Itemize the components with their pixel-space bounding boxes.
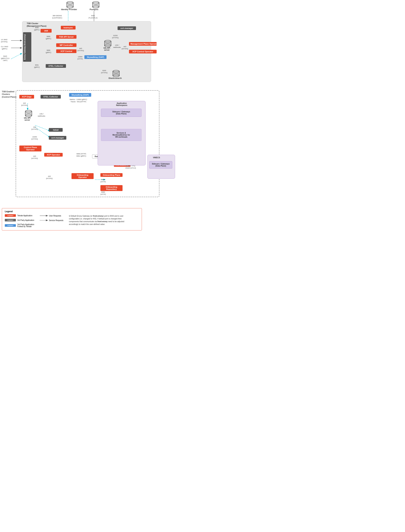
mgmt-operator-port: 443(HTTPS) <box>122 46 128 50</box>
ext-port-label: 8443(gRPC/TLS/JWT) <box>1 55 9 62</box>
xcp-operator-box: XCP Operator <box>44 153 63 157</box>
postgres-label: Postgres <box>88 8 101 11</box>
mgmt-plane-operator-box: Management Plane Operator <box>129 42 157 46</box>
cp-operator-box: Control PlaneOperator <box>19 146 41 151</box>
onboarding-op-port: 443(HTTPS) <box>46 175 53 180</box>
istiod-box: Istiod <box>49 128 63 132</box>
skywalking-port: 12800(HTTP) <box>77 56 83 60</box>
legend-item-gray: <name> 3rd Party Application <box>5 219 34 221</box>
ui-port-label: UI: 8443(HTTPS) <box>1 39 7 43</box>
ratelimit-port: 8080 (HTTP)8081 (gRPC) <box>76 153 86 157</box>
crds-webhooks-cp: crds /webhooks <box>38 113 45 117</box>
legend-item-blue: <name> 3rd Party ApplicationForked by Te… <box>5 223 34 227</box>
legend-box-gray: <name> <box>5 219 16 221</box>
svg-line-16 <box>11 53 22 59</box>
istiod-port: 443(HTTPS) <box>31 126 38 130</box>
es-port: 9200(HTTPS) <box>101 70 108 74</box>
onboarding-operator-box: OnboardingOperator <box>72 173 94 179</box>
xcp-operator-port: 443(HTTPS) <box>31 155 38 160</box>
tsb-api-server-box: TSB API Server <box>56 35 76 39</box>
legend-solid-label: User Requests <box>49 215 61 217</box>
postgres-icon <box>88 1 103 8</box>
xcp-edge-port: 443(HTTPS) <box>21 102 28 106</box>
vm-sidecars-box: Sidecars / Gateways(Data Plane) <box>149 161 172 169</box>
otel-port: 9091(gRPC) <box>34 64 40 68</box>
mp-controller-box: MP Controller <box>56 43 76 47</box>
teamsync-box: teamsync <box>61 26 75 29</box>
skywalking-mgmt-box: Skywalking (OAP) <box>84 55 107 59</box>
cert-manager-mgmt-box: cert-manager <box>118 26 136 30</box>
legend-title: Legend <box>5 210 139 213</box>
identity-provider-icon <box>63 1 77 8</box>
envoy-gateway-box: Envoy Gateway (front-envoy) <box>23 32 31 62</box>
legend-desc-blue: 3rd Party ApplicationForked by Tetrate <box>17 223 34 227</box>
legend-desc-gray: 3rd Party Application <box>17 219 34 221</box>
otel-collector-cp-box: OTEL Collector <box>40 95 61 99</box>
services-workload-box: Services &WorkloadEntries forVM workload… <box>101 129 142 141</box>
cli-port-label: CLI: 8443(gRPC) <box>1 46 8 50</box>
otel-collector-mgmt-box: OTEL Collector <box>46 64 66 68</box>
legend-arrow-dashed: Service Requests <box>40 219 63 221</box>
legend-desc-orange: Tetrate Application <box>17 215 33 217</box>
postgres-port-label: 5432(TLS/mTLS) <box>88 15 97 19</box>
legend-container: Legend <name> Tetrate Application <name>… <box>2 208 142 230</box>
legend-box-blue: <name> <box>5 224 16 227</box>
xcp-central-box: XCP Central <box>56 49 76 53</box>
xcp-https-port: 443(HTTPS) <box>77 47 84 52</box>
vm-ecs-label: VM/ECS <box>153 157 160 159</box>
k8s-10250-port: 10250(HTTPS) <box>112 35 119 39</box>
onboarding-repo-port: 8080(HTTP) <box>101 191 106 195</box>
xcp-edge-box: XCP Edge <box>19 95 34 99</box>
skywalking-cp-box: Skywalking (OAP) <box>69 93 91 97</box>
cert-manager-cp-box: cert-manager <box>49 136 66 140</box>
xcp-port-label: 9080(gRPC) <box>46 49 51 53</box>
ctrl-cluster-label: TSB EnabledClusters(Control Plane) <box>2 90 16 98</box>
legend-item-orange: <name> Tetrate Application <box>5 214 34 217</box>
legend-box-orange: <name> <box>5 214 16 217</box>
k8s-api-server-label: k8s APIserver <box>100 47 114 51</box>
tsb-port-label: 9080(gRPC) <box>46 36 51 40</box>
k8s-api-server-icon <box>101 40 115 47</box>
iam-box: IAM <box>40 29 52 33</box>
ldap-port-label: 389 636/443(LDAP/OIDC) <box>52 15 62 19</box>
diagram-container: Identity Provider Postgres 389 636/443(L… <box>0 0 202 4</box>
vm-gateway-port: 443(HTTPS)15443 (mTLS) <box>125 165 136 169</box>
identity-provider-label: Identity Provider <box>61 8 77 11</box>
legend-note: § Default Envoy Gateway (or front-envoy)… <box>69 215 128 226</box>
k8s-api-cp-icon <box>21 110 36 117</box>
crds-webhooks-label: crds /webhooks <box>113 44 121 48</box>
onboarding-repo-box: OnboardingRepository <box>101 185 122 191</box>
onboarding-plane-box: Onboarding Plane <box>101 173 122 177</box>
onboarding-plane-port: 8443(HTTP) <box>101 179 106 183</box>
skywalking-cp-metrics: Metrics - 11800 (gRPC)Traces - 9411(HTTP… <box>70 99 87 103</box>
iam-port-label: 9080(gRPC) <box>34 27 40 31</box>
legend-dashed-label: Service Requests <box>49 219 63 221</box>
xcp-central-operator-box: XCP Central Operator <box>129 50 157 53</box>
app-ns-label: ApplicationNamespaces <box>116 102 127 106</box>
elasticsearch-icon <box>109 70 123 77</box>
cert-mgr-cp-port: 10250(HTTPS) <box>31 136 38 140</box>
legend-arrow-solid: User Requests <box>40 215 63 217</box>
elasticsearch-label: Elasticsearch <box>108 77 122 79</box>
sidecars-gateways-box: Sidecars / Gateways(Data Plane) <box>101 109 142 117</box>
k8s-api-cp-label: k8s APIserver <box>20 117 35 121</box>
